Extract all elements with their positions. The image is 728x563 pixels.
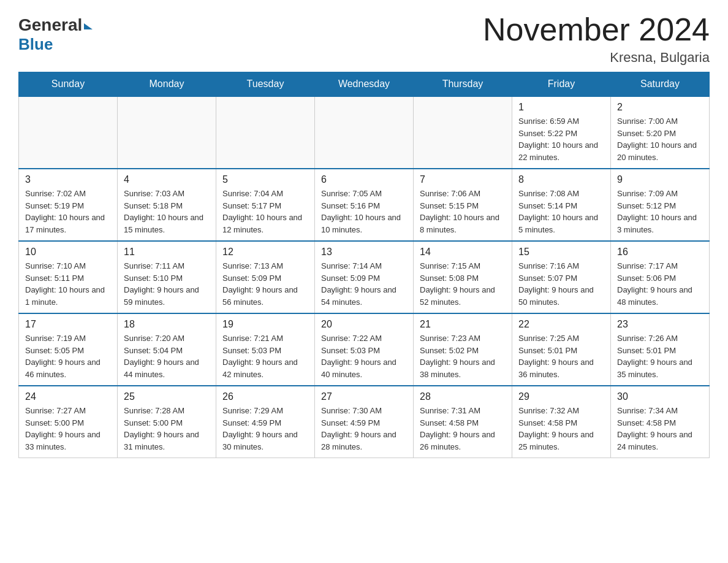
day-number: 9 (617, 174, 703, 185)
calendar-week-row: 24Sunrise: 7:27 AMSunset: 5:00 PMDayligh… (19, 386, 710, 458)
calendar-cell: 23Sunrise: 7:26 AMSunset: 5:01 PMDayligh… (611, 313, 710, 386)
day-number: 21 (420, 319, 506, 330)
day-number: 8 (518, 174, 604, 185)
day-info: Sunrise: 7:09 AMSunset: 5:12 PMDaylight:… (617, 188, 703, 236)
day-number: 14 (420, 247, 506, 258)
day-info: Sunrise: 7:08 AMSunset: 5:14 PMDaylight:… (518, 188, 604, 236)
calendar-cell: 10Sunrise: 7:10 AMSunset: 5:11 PMDayligh… (19, 241, 118, 313)
day-number: 18 (124, 319, 210, 330)
calendar-cell: 4Sunrise: 7:03 AMSunset: 5:18 PMDaylight… (118, 169, 216, 241)
day-info: Sunrise: 7:25 AMSunset: 5:01 PMDaylight:… (518, 332, 604, 380)
day-number: 23 (617, 319, 703, 330)
day-number: 19 (222, 319, 308, 330)
calendar-week-row: 17Sunrise: 7:19 AMSunset: 5:05 PMDayligh… (19, 313, 710, 386)
calendar-header: SundayMondayTuesdayWednesdayThursdayFrid… (19, 72, 710, 97)
calendar-week-row: 3Sunrise: 7:02 AMSunset: 5:19 PMDaylight… (19, 169, 710, 241)
page-header: General Blue November 2024 Kresna, Bulga… (18, 12, 710, 66)
logo-arrow-icon (84, 23, 93, 29)
calendar-cell: 15Sunrise: 7:16 AMSunset: 5:07 PMDayligh… (512, 241, 611, 313)
day-info: Sunrise: 7:15 AMSunset: 5:08 PMDaylight:… (420, 260, 506, 308)
calendar-cell (216, 96, 315, 169)
day-info: Sunrise: 7:29 AMSunset: 4:59 PMDaylight:… (222, 405, 308, 453)
calendar-cell: 24Sunrise: 7:27 AMSunset: 5:00 PMDayligh… (19, 386, 118, 458)
calendar-cell: 20Sunrise: 7:22 AMSunset: 5:03 PMDayligh… (315, 313, 414, 386)
calendar-table: SundayMondayTuesdayWednesdayThursdayFrid… (18, 72, 710, 458)
title-block: November 2024 Kresna, Bulgaria (483, 12, 710, 66)
day-info: Sunrise: 7:03 AMSunset: 5:18 PMDaylight:… (124, 188, 210, 236)
day-info: Sunrise: 7:06 AMSunset: 5:15 PMDaylight:… (420, 188, 506, 236)
day-info: Sunrise: 7:17 AMSunset: 5:06 PMDaylight:… (617, 260, 703, 308)
calendar-cell: 1Sunrise: 6:59 AMSunset: 5:22 PMDaylight… (512, 96, 611, 169)
day-info: Sunrise: 7:28 AMSunset: 5:00 PMDaylight:… (124, 405, 210, 453)
day-info: Sunrise: 7:34 AMSunset: 4:58 PMDaylight:… (617, 405, 703, 453)
day-number: 4 (124, 174, 210, 185)
weekday-header-sunday: Sunday (19, 72, 118, 97)
calendar-cell: 30Sunrise: 7:34 AMSunset: 4:58 PMDayligh… (611, 386, 710, 458)
weekday-header-saturday: Saturday (611, 72, 710, 97)
day-number: 10 (25, 247, 111, 258)
calendar-week-row: 10Sunrise: 7:10 AMSunset: 5:11 PMDayligh… (19, 241, 710, 313)
day-info: Sunrise: 7:20 AMSunset: 5:04 PMDaylight:… (124, 332, 210, 380)
day-number: 3 (25, 174, 111, 185)
day-number: 27 (321, 391, 407, 402)
weekday-header-row: SundayMondayTuesdayWednesdayThursdayFrid… (19, 72, 710, 97)
calendar-cell: 11Sunrise: 7:11 AMSunset: 5:10 PMDayligh… (118, 241, 216, 313)
logo-general-text: General (18, 15, 82, 35)
day-info: Sunrise: 7:32 AMSunset: 4:58 PMDaylight:… (518, 405, 604, 453)
day-number: 29 (518, 391, 604, 402)
day-info: Sunrise: 7:19 AMSunset: 5:05 PMDaylight:… (25, 332, 111, 380)
day-number: 25 (124, 391, 210, 402)
weekday-header-monday: Monday (118, 72, 216, 97)
weekday-header-wednesday: Wednesday (315, 72, 414, 97)
calendar-cell: 8Sunrise: 7:08 AMSunset: 5:14 PMDaylight… (512, 169, 611, 241)
calendar-cell: 12Sunrise: 7:13 AMSunset: 5:09 PMDayligh… (216, 241, 315, 313)
day-number: 16 (617, 247, 703, 258)
day-info: Sunrise: 7:02 AMSunset: 5:19 PMDaylight:… (25, 188, 111, 236)
day-number: 6 (321, 174, 407, 185)
day-info: Sunrise: 7:04 AMSunset: 5:17 PMDaylight:… (222, 188, 308, 236)
calendar-cell: 28Sunrise: 7:31 AMSunset: 4:58 PMDayligh… (414, 386, 512, 458)
weekday-header-tuesday: Tuesday (216, 72, 315, 97)
day-number: 13 (321, 247, 407, 258)
day-info: Sunrise: 7:22 AMSunset: 5:03 PMDaylight:… (321, 332, 407, 380)
calendar-cell: 26Sunrise: 7:29 AMSunset: 4:59 PMDayligh… (216, 386, 315, 458)
day-number: 22 (518, 319, 604, 330)
day-number: 1 (518, 102, 604, 113)
calendar-cell: 14Sunrise: 7:15 AMSunset: 5:08 PMDayligh… (414, 241, 512, 313)
calendar-cell (315, 96, 414, 169)
calendar-cell: 16Sunrise: 7:17 AMSunset: 5:06 PMDayligh… (611, 241, 710, 313)
day-info: Sunrise: 7:05 AMSunset: 5:16 PMDaylight:… (321, 188, 407, 236)
calendar-cell: 2Sunrise: 7:00 AMSunset: 5:20 PMDaylight… (611, 96, 710, 169)
calendar-cell: 27Sunrise: 7:30 AMSunset: 4:59 PMDayligh… (315, 386, 414, 458)
day-info: Sunrise: 7:27 AMSunset: 5:00 PMDaylight:… (25, 405, 111, 453)
calendar-cell: 3Sunrise: 7:02 AMSunset: 5:19 PMDaylight… (19, 169, 118, 241)
calendar-body: 1Sunrise: 6:59 AMSunset: 5:22 PMDaylight… (19, 96, 710, 458)
calendar-cell: 5Sunrise: 7:04 AMSunset: 5:17 PMDaylight… (216, 169, 315, 241)
day-number: 12 (222, 247, 308, 258)
day-info: Sunrise: 7:21 AMSunset: 5:03 PMDaylight:… (222, 332, 308, 380)
day-info: Sunrise: 7:13 AMSunset: 5:09 PMDaylight:… (222, 260, 308, 308)
logo: General Blue (18, 12, 93, 54)
calendar-cell (414, 96, 512, 169)
day-info: Sunrise: 7:11 AMSunset: 5:10 PMDaylight:… (124, 260, 210, 308)
calendar-cell: 6Sunrise: 7:05 AMSunset: 5:16 PMDaylight… (315, 169, 414, 241)
day-info: Sunrise: 7:30 AMSunset: 4:59 PMDaylight:… (321, 405, 407, 453)
day-number: 15 (518, 247, 604, 258)
day-number: 2 (617, 102, 703, 113)
calendar-cell: 19Sunrise: 7:21 AMSunset: 5:03 PMDayligh… (216, 313, 315, 386)
calendar-cell: 13Sunrise: 7:14 AMSunset: 5:09 PMDayligh… (315, 241, 414, 313)
day-number: 11 (124, 247, 210, 258)
calendar-cell: 25Sunrise: 7:28 AMSunset: 5:00 PMDayligh… (118, 386, 216, 458)
day-number: 30 (617, 391, 703, 402)
day-info: Sunrise: 7:23 AMSunset: 5:02 PMDaylight:… (420, 332, 506, 380)
calendar-cell: 9Sunrise: 7:09 AMSunset: 5:12 PMDaylight… (611, 169, 710, 241)
location-subtitle: Kresna, Bulgaria (483, 50, 710, 66)
calendar-week-row: 1Sunrise: 6:59 AMSunset: 5:22 PMDaylight… (19, 96, 710, 169)
day-info: Sunrise: 7:16 AMSunset: 5:07 PMDaylight:… (518, 260, 604, 308)
day-number: 5 (222, 174, 308, 185)
day-info: Sunrise: 6:59 AMSunset: 5:22 PMDaylight:… (518, 115, 604, 163)
day-number: 24 (25, 391, 111, 402)
calendar-cell: 29Sunrise: 7:32 AMSunset: 4:58 PMDayligh… (512, 386, 611, 458)
calendar-cell (118, 96, 216, 169)
day-info: Sunrise: 7:26 AMSunset: 5:01 PMDaylight:… (617, 332, 703, 380)
